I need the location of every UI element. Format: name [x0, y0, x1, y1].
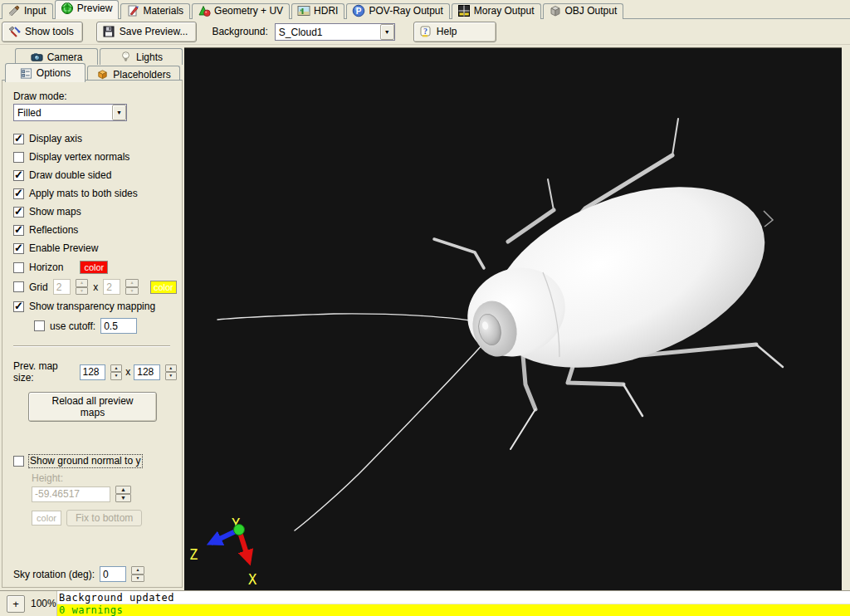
tab-label: Moray Output: [474, 5, 535, 17]
draw-mode-select[interactable]: Filled ▼: [13, 104, 127, 121]
grid-color-button[interactable]: color: [150, 281, 177, 294]
tab-camera[interactable]: Camera: [15, 48, 98, 65]
grid-label: Grid: [29, 281, 48, 293]
ground-normal-label: Show ground normal to y: [29, 455, 142, 467]
main-tab-bar: Input Preview Materials Geometry + UV: [0, 0, 850, 19]
axis-z-label: Z: [189, 546, 198, 563]
option-label: Display vertex normals: [29, 151, 129, 163]
option-row: Display vertex normals: [13, 151, 177, 163]
save-icon: [102, 25, 115, 38]
show-tools-button[interactable]: Show tools: [2, 22, 83, 42]
background-select[interactable]: S_Cloud1 ▼: [275, 23, 395, 41]
fix-to-bottom-button[interactable]: Fix to bottom: [66, 510, 142, 526]
light-bulb-icon: [120, 51, 132, 63]
status-messages: Background updated 0 warnings: [56, 591, 850, 616]
sky-rotation-spinner[interactable]: ▲▼: [131, 566, 144, 582]
display-axis-checkbox[interactable]: [13, 134, 24, 144]
horizon-color-button[interactable]: color: [80, 261, 108, 274]
zoom-level: 100%: [31, 598, 56, 609]
sky-rotation-label: Sky rotation (deg):: [13, 569, 95, 580]
zoom-in-button[interactable]: +: [7, 595, 25, 613]
grid-rows-field[interactable]: 2: [103, 279, 120, 295]
ground-color-button[interactable]: color: [32, 511, 61, 526]
display-vertex-normals-checkbox[interactable]: [13, 152, 24, 163]
materials-icon: [126, 4, 139, 17]
svg-text:P: P: [356, 7, 362, 16]
help-button[interactable]: ? Help: [413, 22, 496, 42]
prev-map-height-spinner[interactable]: ▲▼: [165, 364, 177, 380]
preview-viewport[interactable]: Y Z X: [184, 47, 842, 589]
reflections-checkbox[interactable]: [13, 225, 24, 236]
obj-icon: [549, 4, 562, 17]
tab-obj-output[interactable]: OBJ Output: [543, 3, 624, 19]
horizon-label: Horizon: [29, 262, 63, 273]
option-row: Display axis: [13, 133, 177, 144]
toolbar: Show tools Save Preview... Background: S…: [0, 19, 850, 45]
draw-mode-value: Filled: [14, 105, 112, 120]
background-value: S_Cloud1: [276, 24, 380, 40]
input-icon: [7, 4, 21, 17]
moray-icon: [457, 4, 471, 17]
tab-label: Input: [24, 5, 46, 17]
height-row: -59.46517 ▲▼: [13, 486, 177, 502]
combo-arrow-icon[interactable]: ▼: [112, 105, 126, 120]
tab-label: HDRI: [314, 5, 338, 17]
help-label: Help: [437, 26, 457, 37]
tab-povray-output[interactable]: P POV-Ray Output: [346, 3, 449, 19]
panel-tab-bar: Camera Lights Options: [2, 47, 183, 82]
reload-preview-maps-button[interactable]: Reload all preview maps: [28, 392, 157, 422]
grid-cols-spinner[interactable]: ▲▼: [76, 279, 88, 295]
svg-text:?: ?: [423, 27, 427, 36]
tab-hdri[interactable]: HDRI: [291, 3, 344, 19]
tab-label: Lights: [136, 51, 163, 63]
enable-preview-checkbox[interactable]: [13, 243, 24, 254]
grid-checkbox[interactable]: [13, 281, 24, 292]
tab-label: Preview: [77, 2, 113, 14]
draw-mode-label: Draw mode:: [13, 90, 177, 102]
prev-map-height-field[interactable]: 128: [134, 364, 159, 380]
prev-map-width-field[interactable]: 128: [80, 364, 105, 380]
axis-origin-dot: [234, 525, 245, 535]
option-label: Display axis: [29, 133, 82, 144]
save-preview-button[interactable]: Save Preview...: [96, 22, 198, 42]
tab-input[interactable]: Input: [2, 3, 53, 19]
tab-lights[interactable]: Lights: [100, 48, 183, 65]
cutoff-row: use cutoff: 0.5: [13, 318, 177, 334]
tab-preview[interactable]: Preview: [55, 0, 120, 19]
preview-icon: [61, 2, 74, 15]
status-message: Background updated: [57, 591, 850, 604]
apply-mats-both-sides-checkbox[interactable]: [13, 188, 24, 199]
main-content: Camera Lights Options: [0, 46, 850, 589]
sky-rotation-field[interactable]: 0: [100, 566, 126, 582]
geometry-uv-icon: [198, 4, 211, 17]
prev-map-width-spinner[interactable]: ▲▼: [110, 364, 122, 380]
show-maps-checkbox[interactable]: [13, 207, 24, 218]
option-label: Show maps: [29, 206, 81, 218]
height-field[interactable]: -59.46517: [32, 486, 110, 502]
tab-moray-output[interactable]: Moray Output: [452, 3, 541, 19]
tab-label: Placeholders: [113, 69, 170, 81]
combo-arrow-icon[interactable]: ▼: [380, 24, 394, 40]
option-label: Enable Preview: [29, 242, 98, 254]
grid-rows-spinner[interactable]: ▲▼: [125, 279, 138, 295]
horizon-checkbox[interactable]: [13, 262, 24, 273]
tab-options[interactable]: Options: [5, 63, 85, 82]
povray-icon: P: [352, 4, 365, 17]
option-row: Show maps: [13, 206, 177, 218]
prev-map-label: Prev. map size:: [13, 360, 75, 384]
tab-materials[interactable]: Materials: [120, 3, 190, 19]
use-cutoff-checkbox[interactable]: [34, 320, 45, 331]
cutoff-field[interactable]: 0.5: [100, 318, 137, 334]
grid-separator: x: [93, 281, 98, 293]
tab-label: Geometry + UV: [214, 5, 283, 17]
options-panel: Draw mode: Filled ▼ Display axis Display…: [2, 80, 183, 588]
option-row: Draw double sided: [13, 169, 177, 181]
show-ground-normal-checkbox[interactable]: [13, 456, 24, 467]
grid-cols-field[interactable]: 2: [53, 279, 71, 295]
ground-buttons-row: color Fix to bottom: [13, 510, 177, 526]
axis-x-label: X: [248, 571, 257, 588]
draw-double-sided-checkbox[interactable]: [13, 170, 24, 181]
tab-geometry-uv[interactable]: Geometry + UV: [192, 3, 290, 19]
show-transparency-mapping-checkbox[interactable]: [13, 301, 24, 312]
height-spinner[interactable]: ▲▼: [115, 486, 131, 502]
